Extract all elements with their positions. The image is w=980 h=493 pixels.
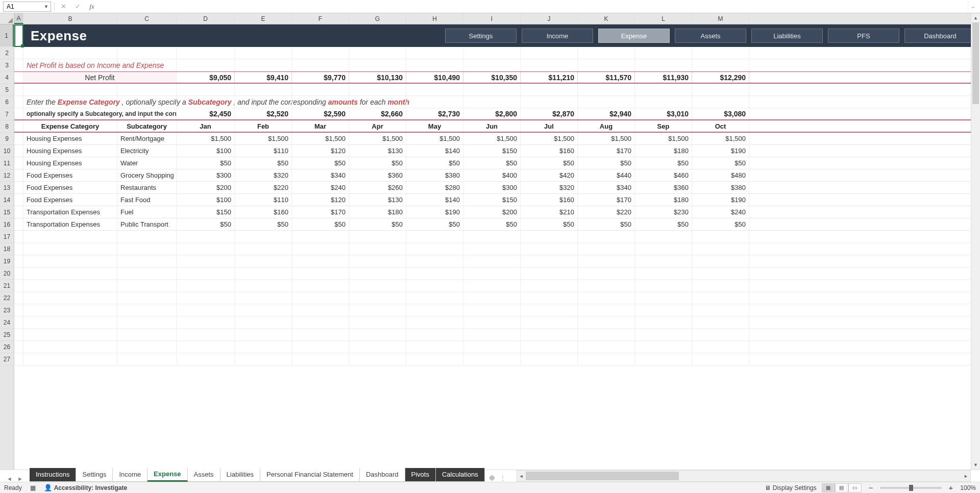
total-value[interactable]: $2,660 <box>349 108 406 119</box>
empty-cell[interactable] <box>23 255 117 267</box>
empty-cell[interactable] <box>406 316 463 328</box>
cell-value[interactable]: $1,500 <box>406 133 463 144</box>
row-header-20[interactable]: 20 <box>0 267 14 280</box>
empty-cell[interactable] <box>23 329 117 340</box>
empty-cell[interactable] <box>635 329 692 340</box>
empty-cell[interactable] <box>292 316 349 328</box>
chevron-down-icon[interactable]: ▼ <box>44 4 51 9</box>
header-month[interactable]: Feb <box>235 120 292 132</box>
column-header-C[interactable]: C <box>117 13 177 24</box>
empty-cell[interactable] <box>521 255 578 267</box>
row-header-3[interactable]: 3 <box>0 59 14 71</box>
empty-cell[interactable] <box>177 243 235 255</box>
zoom-in-button[interactable]: + <box>947 483 955 492</box>
nav-button-pfs[interactable]: PFS <box>828 29 899 43</box>
row-header-13[interactable]: 13 <box>0 182 14 194</box>
row-header-25[interactable]: 25 <box>0 329 14 341</box>
empty-cell[interactable] <box>349 231 406 242</box>
row-header-21[interactable]: 21 <box>0 280 14 292</box>
header-month[interactable]: May <box>406 120 463 132</box>
nav-button-assets[interactable]: Assets <box>675 29 746 43</box>
cell-value[interactable]: $50 <box>692 157 749 169</box>
empty-cell[interactable] <box>292 353 349 365</box>
empty-cell[interactable] <box>692 243 749 255</box>
empty-cell[interactable] <box>521 267 578 279</box>
row-header-9[interactable]: 9 <box>0 133 14 145</box>
empty-cell[interactable] <box>349 341 406 353</box>
totals-label-overflow[interactable]: optionally specify a Subcategory, and in… <box>23 108 177 119</box>
cell-value[interactable]: $50 <box>177 218 235 230</box>
empty-cell[interactable] <box>292 341 349 353</box>
cell-value[interactable]: $140 <box>406 145 463 157</box>
cell-value[interactable]: $50 <box>177 157 235 169</box>
cell-value[interactable]: $420 <box>521 169 578 181</box>
total-value[interactable]: $2,450 <box>177 108 235 119</box>
empty-cell[interactable] <box>349 255 406 267</box>
cell-value[interactable]: $1,500 <box>177 133 235 144</box>
empty-cell[interactable] <box>292 255 349 267</box>
empty-cell[interactable] <box>349 292 406 304</box>
sheet-tab-settings[interactable]: Settings <box>76 468 113 482</box>
empty-cell[interactable] <box>292 304 349 316</box>
cell-value[interactable]: $340 <box>292 169 349 181</box>
empty-cell[interactable] <box>463 329 521 340</box>
empty-cell[interactable] <box>292 267 349 279</box>
empty-cell[interactable] <box>406 353 463 365</box>
empty-cell[interactable] <box>14 341 23 353</box>
empty-cell[interactable] <box>235 280 292 291</box>
empty-cell[interactable] <box>635 255 692 267</box>
empty-cell[interactable] <box>235 267 292 279</box>
row-header-17[interactable]: 17 <box>0 231 14 243</box>
empty-cell[interactable] <box>292 231 349 242</box>
empty-cell[interactable] <box>177 353 235 365</box>
empty-cell[interactable] <box>349 267 406 279</box>
empty-cell[interactable] <box>23 243 117 255</box>
cell-value[interactable]: $50 <box>578 157 635 169</box>
row-header-1[interactable]: 1 <box>0 24 14 47</box>
empty-cell[interactable] <box>692 255 749 267</box>
total-value[interactable]: $3,080 <box>692 108 749 119</box>
empty-cell[interactable] <box>349 316 406 328</box>
scroll-left-icon[interactable]: ◄ <box>517 474 526 479</box>
nav-button-liabilities[interactable]: Liabilities <box>751 29 823 43</box>
row-header-24[interactable]: 24 <box>0 316 14 329</box>
cell-value[interactable]: $50 <box>692 218 749 230</box>
header-subcategory[interactable]: Subcategory <box>117 120 177 132</box>
cell-value[interactable]: $220 <box>578 206 635 218</box>
net-profit-value[interactable]: $9,050 <box>177 72 235 83</box>
cell-value[interactable]: $170 <box>578 194 635 206</box>
empty-cell[interactable] <box>349 280 406 291</box>
cell-value[interactable]: $50 <box>292 157 349 169</box>
cell-value[interactable]: $50 <box>521 157 578 169</box>
header-month[interactable]: Jan <box>177 120 235 132</box>
row-header-6[interactable]: 6 <box>0 96 14 108</box>
cell-subcategory[interactable]: Fuel <box>117 206 177 218</box>
empty-cell[interactable] <box>692 341 749 353</box>
empty-cell[interactable] <box>117 353 177 365</box>
net-profit-value[interactable]: $10,350 <box>463 72 521 83</box>
empty-cell[interactable] <box>235 243 292 255</box>
header-month[interactable]: Aug <box>578 120 635 132</box>
cell-value[interactable]: $230 <box>635 206 692 218</box>
empty-cell[interactable] <box>578 329 635 340</box>
scroll-right-icon[interactable]: ► <box>962 474 970 479</box>
view-page-layout-button[interactable]: ▤ <box>835 483 848 492</box>
row-header-5[interactable]: 5 <box>0 84 14 96</box>
column-header-F[interactable]: F <box>292 13 349 24</box>
empty-cell[interactable] <box>635 280 692 291</box>
cell-value[interactable]: $50 <box>463 157 521 169</box>
cell-subcategory[interactable]: Rent/Mortgage <box>117 133 177 144</box>
empty-cell[interactable] <box>578 267 635 279</box>
empty-cell[interactable] <box>117 280 177 291</box>
net-profit-value[interactable]: $11,210 <box>521 72 578 83</box>
empty-cell[interactable] <box>235 231 292 242</box>
empty-cell[interactable] <box>235 353 292 365</box>
cells-area[interactable]: ExpenseSettingsIncomeExpenseAssetsLiabil… <box>14 24 980 365</box>
view-normal-button[interactable]: ▦ <box>822 483 835 492</box>
h-scroll-thumb[interactable] <box>526 472 679 480</box>
net-profit-value[interactable]: $12,290 <box>692 72 749 83</box>
macro-record-icon[interactable]: ▦ <box>30 484 36 491</box>
cell-value[interactable]: $300 <box>177 169 235 181</box>
cell-value[interactable]: $50 <box>349 157 406 169</box>
formula-input[interactable] <box>101 2 965 12</box>
